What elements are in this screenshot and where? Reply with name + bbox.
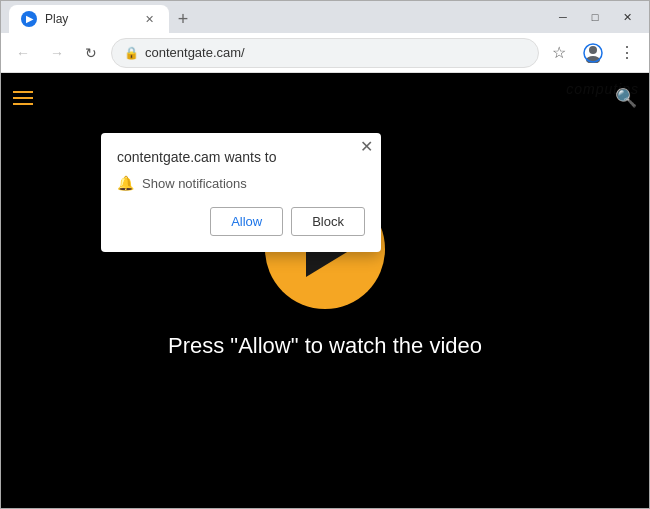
reload-button[interactable]: ↻ (77, 39, 105, 67)
window-close-button[interactable]: ✕ (613, 5, 641, 29)
permission-row: 🔔 Show notifications (117, 175, 365, 191)
popup-close-button[interactable]: ✕ (360, 139, 373, 155)
hamburger-line (13, 91, 33, 93)
bookmark-button[interactable]: ☆ (545, 39, 573, 67)
browser-content: computips 🔍 Press "Allow" to watch the v… (1, 73, 649, 508)
title-bar: ▶ Play ✕ + ─ □ ✕ (1, 1, 649, 33)
browser-menu-button[interactable]: ⋮ (613, 39, 641, 67)
active-tab[interactable]: ▶ Play ✕ (9, 5, 169, 33)
allow-button[interactable]: Allow (210, 207, 283, 236)
block-button[interactable]: Block (291, 207, 365, 236)
address-bar: ← → ↻ 🔒 contentgate.cam/ ☆ ⋮ (1, 33, 649, 73)
popup-buttons: Allow Block (117, 207, 365, 236)
maximize-button[interactable]: □ (581, 5, 609, 29)
profile-icon (583, 43, 603, 63)
minimize-button[interactable]: ─ (549, 5, 577, 29)
bell-icon: 🔔 (117, 175, 134, 191)
svg-point-0 (589, 46, 597, 54)
tab-label: Play (45, 12, 68, 26)
tab-close-button[interactable]: ✕ (141, 11, 157, 27)
profile-button[interactable] (579, 39, 607, 67)
new-tab-button[interactable]: + (169, 5, 197, 33)
hamburger-line (13, 97, 33, 99)
window-controls: ─ □ ✕ (549, 5, 641, 29)
search-icon[interactable]: 🔍 (615, 87, 637, 109)
hamburger-line (13, 103, 33, 105)
permission-text: Show notifications (142, 176, 247, 191)
page-toolbar: 🔍 (1, 73, 649, 123)
browser-window: ▶ Play ✕ + ─ □ ✕ ← → ↻ 🔒 contentgate.cam… (0, 0, 650, 509)
omnibox[interactable]: 🔒 contentgate.cam/ (111, 38, 539, 68)
instruction-text: Press "Allow" to watch the video (168, 333, 482, 359)
url-text: contentgate.cam/ (145, 45, 526, 60)
tab-bar: ▶ Play ✕ + (9, 1, 545, 33)
tab-favicon: ▶ (21, 11, 37, 27)
back-button[interactable]: ← (9, 39, 37, 67)
hamburger-menu[interactable] (13, 91, 33, 105)
lock-icon: 🔒 (124, 46, 139, 60)
notification-popup: ✕ contentgate.cam wants to 🔔 Show notifi… (101, 133, 381, 252)
popup-title: contentgate.cam wants to (117, 149, 365, 165)
forward-button[interactable]: → (43, 39, 71, 67)
